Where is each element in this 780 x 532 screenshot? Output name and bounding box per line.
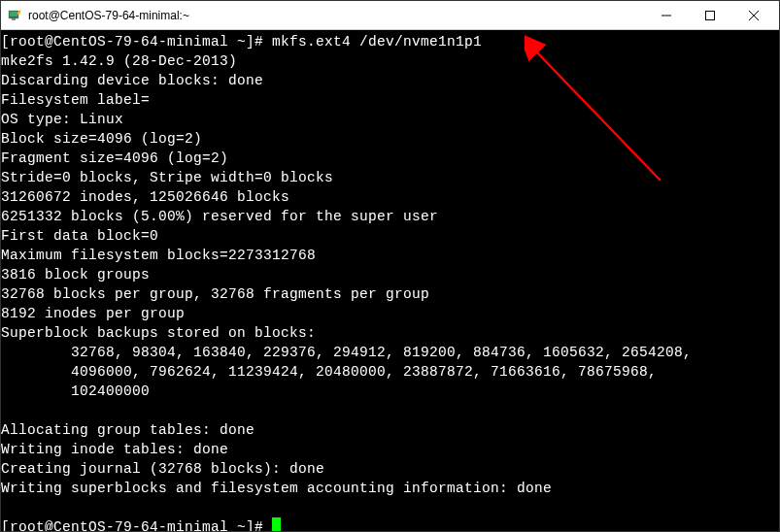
maximize-button[interactable] <box>688 1 731 29</box>
output-line: Block size=4096 (log=2) <box>1 131 202 147</box>
output-line: 8192 inodes per group <box>1 306 185 321</box>
close-button[interactable] <box>731 1 775 29</box>
output-line: Maximum filesystem blocks=2273312768 <box>1 248 316 263</box>
window-controls <box>644 1 775 29</box>
svg-rect-2 <box>12 18 16 20</box>
output-line: 31260672 inodes, 125026646 blocks <box>1 189 289 205</box>
output-line: Allocating group tables: done <box>1 422 254 438</box>
output-line: Superblock backups stored on blocks: <box>1 325 316 341</box>
output-line: 102400000 <box>1 383 150 399</box>
output-line: Stride=0 blocks, Stripe width=0 blocks <box>1 170 333 185</box>
output-line: 32768 blocks per group, 32768 fragments … <box>1 286 429 302</box>
putty-icon <box>7 8 22 23</box>
output-line: 3816 block groups <box>1 267 150 283</box>
output-line: mke2fs 1.42.9 (28-Dec-2013) <box>1 53 237 69</box>
minimize-button[interactable] <box>644 1 688 29</box>
command-text: mkfs.ext4 /dev/nvme1n1p1 <box>272 34 482 50</box>
shell-prompt: [root@CentOS-79-64-minimal ~]# <box>1 519 272 531</box>
output-line: Fragment size=4096 (log=2) <box>1 150 228 166</box>
terminal-content[interactable]: [root@CentOS-79-64-minimal ~]# mkfs.ext4… <box>1 30 779 531</box>
output-line: Discarding device blocks: done <box>1 73 263 88</box>
titlebar[interactable]: root@CentOS-79-64-minimal:~ <box>1 1 779 30</box>
output-line: Filesystem label= <box>1 92 150 108</box>
shell-prompt: [root@CentOS-79-64-minimal ~]# <box>1 34 272 50</box>
output-line: 32768, 98304, 163840, 229376, 294912, 81… <box>1 345 692 360</box>
output-line: Writing superblocks and filesystem accou… <box>1 481 552 496</box>
output-line: Writing inode tables: done <box>1 442 228 457</box>
terminal-window: root@CentOS-79-64-minimal:~ [root@CentOS… <box>0 0 780 532</box>
output-line: 4096000, 7962624, 11239424, 20480000, 23… <box>1 364 657 380</box>
window-title: root@CentOS-79-64-minimal:~ <box>28 9 644 22</box>
svg-rect-4 <box>705 11 714 19</box>
output-line: First data block=0 <box>1 228 158 244</box>
terminal-cursor <box>272 517 281 531</box>
svg-rect-1 <box>10 12 17 17</box>
output-line: Creating journal (32768 blocks): done <box>1 461 324 477</box>
output-line: OS type: Linux <box>1 112 123 127</box>
output-line: 6251332 blocks (5.00%) reserved for the … <box>1 209 438 224</box>
